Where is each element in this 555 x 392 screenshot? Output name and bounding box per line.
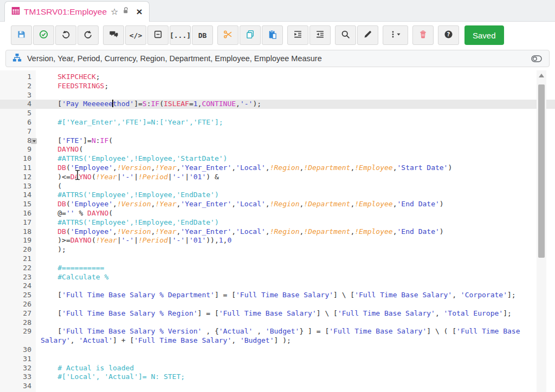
edit-button[interactable]: [357, 25, 378, 45]
save-button[interactable]: [11, 25, 32, 45]
code-line[interactable]: 6#['Year_Enter','FTE']=N:['Year','FTE'];: [0, 118, 555, 127]
code-line[interactable]: 4['Pay Meeeeeethod']=S:IF(ISLEAF=1,CONTI…: [0, 100, 555, 109]
line-number: 3: [0, 91, 36, 100]
scrollbar-thumb[interactable]: [538, 84, 545, 258]
code-line[interactable]: 13(: [0, 182, 555, 191]
code-line[interactable]: 2FEEDSTRINGS;: [0, 82, 555, 91]
cut-button[interactable]: [217, 25, 238, 45]
tab-tm1srv01-employee[interactable]: TM1SRV01:Employee ☆ ×: [4, 1, 150, 22]
line-number: 14: [0, 191, 36, 200]
redo-button[interactable]: [78, 25, 99, 45]
comment-button[interactable]: [103, 25, 124, 45]
code-line[interactable]: 32# Actual is loaded: [0, 364, 555, 373]
code-line[interactable]: 10#ATTRS('Employee',!Employee,'StartDate…: [0, 154, 555, 164]
code-line[interactable]: 12)<=DAYNO(!Year|'-'|!Period|'-'|'01') &: [0, 173, 555, 182]
find-button[interactable]: [335, 25, 356, 45]
collapse-button[interactable]: [147, 25, 169, 45]
line-number: 16: [0, 209, 36, 218]
code-line[interactable]: 28: [0, 318, 555, 328]
tab-title: TM1SRV01:Employee: [24, 7, 107, 17]
trash-icon: [418, 30, 428, 41]
paste-icon: [268, 30, 277, 41]
code-line[interactable]: 34: [0, 382, 555, 391]
hierarchy-icon: [12, 53, 22, 64]
line-number: 11: [0, 164, 36, 173]
dimension-bar[interactable]: Version, Year, Period, Currency, Region,…: [5, 50, 550, 67]
code-line[interactable]: 1SKIPCHECK;: [0, 73, 555, 82]
validate-button[interactable]: [33, 25, 54, 45]
close-icon[interactable]: ×: [136, 6, 142, 17]
code-line[interactable]: 22#==========: [0, 264, 555, 273]
undo-button[interactable]: [55, 25, 76, 45]
outdent-button[interactable]: [309, 25, 331, 45]
kebab-caret-icon: [389, 30, 402, 41]
line-number: 15: [0, 200, 36, 209]
indent-button[interactable]: [287, 25, 308, 45]
toolbar-group: [412, 25, 435, 45]
code-line[interactable]: 5: [0, 109, 555, 118]
code-line[interactable]: 23#Calculate %: [0, 273, 555, 282]
saved-button[interactable]: Saved: [464, 25, 504, 45]
code-line[interactable]: 9DAYNO(: [0, 145, 555, 154]
code-line[interactable]: 19)>=DAYNO(!Year|'-'|!Period|'-'|'01')),…: [0, 236, 555, 245]
code-line[interactable]: 31: [0, 355, 555, 364]
code-line-content: #ATTRS('Employee',!Employee,'EndDate'): [36, 218, 555, 227]
code-button[interactable]: </>: [125, 25, 146, 45]
code-line[interactable]: 11DB('Employee',!Version,!Year,'Year_Ent…: [0, 164, 555, 173]
code-line[interactable]: 7: [0, 127, 555, 136]
code-line-content: (: [36, 182, 555, 191]
code-line-content: DB('Employee',!Version,!Year,'Year_Enter…: [36, 200, 555, 209]
db-button[interactable]: DB: [192, 25, 213, 45]
toolbar-group: </>[...]DB: [103, 25, 214, 45]
toolbar-group: [287, 25, 332, 45]
code-line[interactable]: 17#ATTRS('Employee',!Employee,'EndDate'): [0, 218, 555, 227]
code-line[interactable]: 14#ATTRS('Employee',!Employee,'EndDate'): [0, 191, 555, 200]
paste-button[interactable]: [262, 25, 283, 45]
vertical-scrollbar[interactable]: [537, 70, 546, 392]
toolbar-group: ?: [438, 25, 460, 45]
code-line[interactable]: 3: [0, 91, 555, 100]
copy-icon: [246, 30, 255, 41]
star-icon[interactable]: ☆: [111, 8, 118, 16]
line-number: 22: [0, 264, 36, 273]
tab-bar: TM1SRV01:Employee ☆ ×: [0, 0, 555, 22]
code-line[interactable]: 27['Full Time Base Salary % Region'] = […: [0, 309, 555, 318]
code-line[interactable]: 21: [0, 254, 555, 264]
code-line-content: ['Pay Meeeeeethod']=S:IF(ISLEAF=1,CONTIN…: [36, 100, 555, 109]
copy-button[interactable]: [240, 25, 261, 45]
toolbar-group: [11, 25, 100, 45]
db-icon: DB: [198, 31, 207, 40]
rule-code-editor[interactable]: 1SKIPCHECK;2FEEDSTRINGS;34['Pay Meeeeeet…: [0, 70, 555, 392]
code-line[interactable]: 8['FTE']=N:IF(: [0, 136, 555, 146]
code-line[interactable]: 15DB('Employee',!Version,!Year,'Year_Ent…: [0, 200, 555, 209]
line-number: 31: [0, 355, 36, 364]
code-line[interactable]: 25['Full Time Base Salary % Department']…: [0, 291, 555, 300]
code-line-content: DAYNO(: [36, 145, 555, 154]
line-number: 18: [0, 227, 36, 237]
code-line[interactable]: 24: [0, 282, 555, 291]
code-line[interactable]: 26: [0, 300, 555, 309]
toolbar-group: [335, 25, 379, 45]
help-button[interactable]: ?: [438, 25, 459, 45]
more-button[interactable]: [383, 25, 408, 45]
code-line[interactable]: 18DB('Employee',!Version,!Year,'Year_Ent…: [0, 227, 555, 237]
line-number: 32: [0, 364, 36, 373]
scroll-up-arrow-icon[interactable]: [539, 74, 544, 77]
code-line[interactable]: 20);: [0, 245, 555, 254]
code-line-content: SKIPCHECK;: [36, 73, 555, 82]
code-line-content: [36, 345, 555, 355]
line-number: 17: [0, 218, 36, 227]
code-line[interactable]: 16@='' % DAYNO(: [0, 209, 555, 218]
fold-toggle-icon[interactable]: [31, 138, 37, 144]
line-number: 21: [0, 254, 36, 264]
code-line[interactable]: 33#['Local', 'Actual']= N: STET;: [0, 373, 555, 382]
check-circle-icon: [39, 30, 48, 41]
delete-button[interactable]: [412, 25, 434, 45]
rule-editor-toolbar: </>[...]DB?Saved: [0, 22, 555, 49]
toggle-icon[interactable]: [531, 54, 543, 63]
code-line[interactable]: 29['Full Time Base Salary % Version' , {…: [0, 327, 555, 345]
placeholder-button[interactable]: [...]: [170, 25, 191, 45]
line-number: 24: [0, 282, 36, 291]
code-line[interactable]: 30: [0, 345, 555, 355]
unlock-icon[interactable]: [122, 6, 130, 17]
